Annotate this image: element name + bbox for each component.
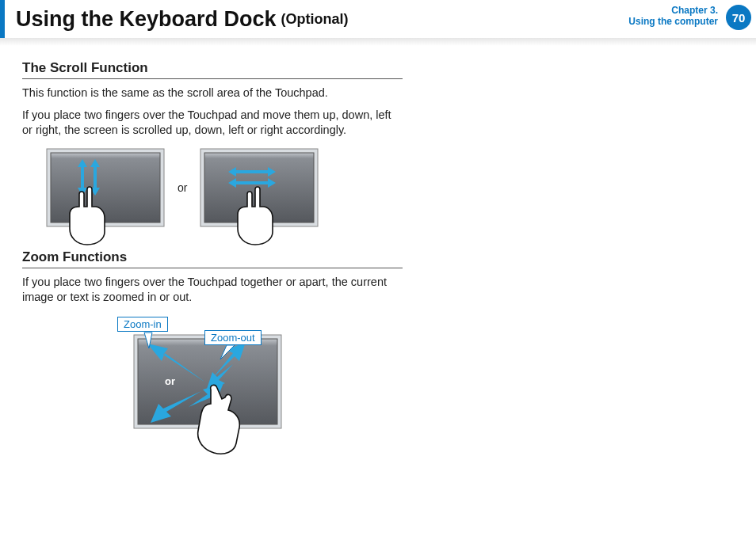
zoom-or-text: or: [165, 375, 175, 387]
scroll-illustration-row: or: [46, 148, 403, 227]
section-zoom-p1: If you place two fingers over the Touchp…: [22, 275, 403, 306]
zoom-illustration: Zoom-in Zoom-out or: [109, 317, 315, 451]
page-title: Using the Keyboard Dock: [16, 7, 277, 32]
header-shadow: [0, 38, 756, 46]
touchpad-vertical-scroll-icon: [46, 148, 165, 227]
section-zoom-title: Zoom Functions: [22, 249, 403, 268]
chapter-line2: Using the computer: [628, 16, 718, 27]
page-number-badge: 70: [726, 5, 751, 30]
zoom-out-label: Zoom-out: [204, 330, 262, 345]
content-column: The Scroll Function This function is the…: [0, 46, 425, 451]
svg-marker-4: [144, 333, 152, 348]
page-title-optional: (Optional): [281, 11, 349, 28]
section-scroll-p2: If you place two fingers over the Touchp…: [22, 108, 403, 139]
scroll-or-text: or: [178, 181, 187, 194]
section-scroll-title: The Scroll Function: [22, 60, 403, 79]
touchpad-horizontal-scroll-icon: [200, 148, 319, 227]
page-header: Using the Keyboard Dock (Optional) Chapt…: [0, 0, 756, 38]
section-scroll-p1: This function is the same as the scroll …: [22, 86, 403, 101]
svg-rect-1: [51, 153, 160, 222]
chapter-info: Chapter 3. Using the computer: [628, 5, 718, 27]
chapter-line1: Chapter 3.: [628, 5, 718, 16]
zoom-in-label: Zoom-in: [117, 317, 168, 332]
svg-marker-5: [220, 345, 235, 359]
page-number: 70: [732, 11, 746, 25]
